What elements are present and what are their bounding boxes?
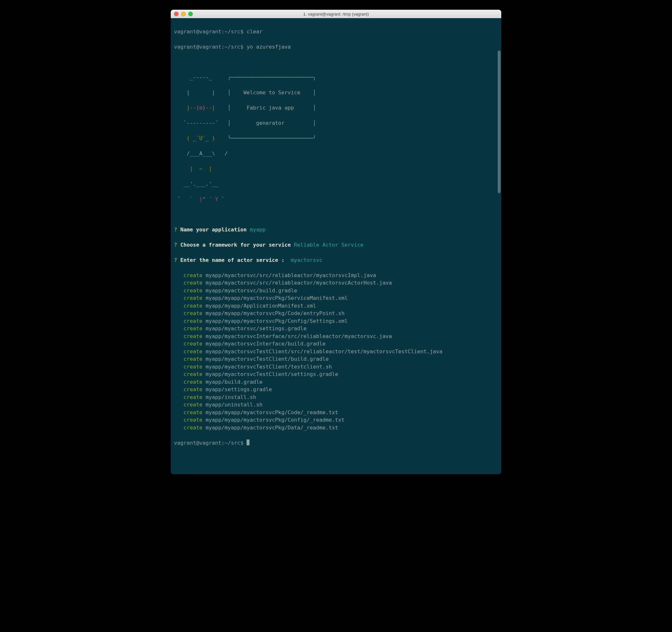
create-label: create (184, 409, 202, 416)
create-label: create (184, 341, 202, 347)
created-file-path: myapp/myactorsvc/src/reliableactor/myact… (206, 280, 392, 286)
cursor-icon (246, 440, 249, 445)
created-file-path: myapp/myapp/myactorsvcPkg/Data/_readme.t… (206, 425, 338, 431)
prompt-question-mark: ? (174, 227, 177, 233)
answer-actor-name: myactorsvc (291, 257, 322, 263)
create-label: create (184, 310, 202, 316)
create-label: create (184, 386, 202, 393)
create-label: create (184, 295, 202, 301)
close-icon[interactable] (174, 12, 178, 16)
create-label: create (184, 318, 202, 324)
create-label: create (184, 287, 202, 294)
created-file-path: myapp/myapp/ApplicationManifest.xml (206, 303, 316, 309)
titlebar[interactable]: 1. vagrant@vagrant: /tmp (vagrant) (171, 10, 501, 18)
create-label: create (184, 379, 202, 385)
create-label: create (184, 364, 202, 370)
question-actor-name: Enter the name of actor service : (177, 257, 291, 263)
question-framework: Choose a framework for your service (177, 242, 294, 248)
window-title: 1. vagrant@vagrant: /tmp (vagrant) (171, 12, 501, 17)
created-file-path: myapp/myactorsvc/settings.gradle (206, 325, 307, 332)
created-file-path: myapp/myactorsvcInterface/src/reliableac… (206, 333, 392, 340)
answer-framework: Reliable Actor Service (294, 242, 363, 248)
create-label: create (184, 425, 202, 431)
create-label: create (184, 417, 202, 423)
create-label: create (184, 356, 202, 362)
created-file-path: myapp/myactorsvcTestClient/settings.grad… (206, 371, 338, 377)
ascii-art: _-----_ ╭──────────────────────────╮ (174, 74, 498, 81)
create-list: create myapp/myactorsvc/src/reliableacto… (174, 272, 498, 432)
prompt-question-mark: ? (174, 257, 177, 263)
window-controls (174, 12, 193, 16)
created-file-path: myapp/myapp/myactorsvcPkg/Config/Setting… (206, 318, 348, 324)
question-app-name: Name your application (177, 227, 250, 233)
shell-prompt: vagrant@vagrant:~/src$ (174, 440, 246, 446)
created-file-path: myapp/myactorsvc/build.gradle (206, 287, 297, 294)
created-file-path: myapp/install.sh (206, 394, 256, 400)
created-file-path: myapp/myactorsvcTestClient/src/reliablea… (206, 348, 442, 355)
answer-app-name: myapp (250, 227, 266, 233)
create-label: create (184, 348, 202, 355)
command-yo: yo azuresfjava (246, 44, 291, 50)
create-label: create (184, 280, 202, 286)
created-file-path: myapp/myapp/myactorsvcPkg/Code/_readme.t… (206, 409, 338, 416)
command-clear: clear (246, 28, 262, 35)
created-file-path: myapp/myactorsvc/src/reliableactor/myact… (206, 272, 376, 278)
shell-prompt: vagrant@vagrant:~/src$ (174, 44, 246, 50)
terminal-window: 1. vagrant@vagrant: /tmp (vagrant) vagra… (171, 10, 501, 474)
created-file-path: myapp/settings.gradle (206, 386, 272, 393)
create-label: create (184, 325, 202, 332)
created-file-path: myapp/build.gradle (206, 379, 262, 385)
created-file-path: myapp/myactorsvcTestClient/build.gradle (206, 356, 329, 362)
shell-prompt: vagrant@vagrant:~/src$ (174, 28, 246, 35)
created-file-path: myapp/myactorsvcTestClient/testclient.sh (206, 364, 332, 370)
create-label: create (184, 333, 202, 340)
create-label: create (184, 394, 202, 400)
create-label: create (184, 371, 202, 377)
create-label: create (184, 272, 202, 278)
prompt-question-mark: ? (174, 242, 177, 248)
created-file-path: myapp/myapp/myactorsvcPkg/Config/_readme… (206, 417, 344, 423)
zoom-icon[interactable] (188, 12, 193, 16)
minimize-icon[interactable] (181, 12, 186, 16)
created-file-path: myapp/myapp/myactorsvcPkg/Code/entryPoin… (206, 310, 344, 316)
create-label: create (184, 303, 202, 309)
created-file-path: myapp/myactorsvcInterface/build.gradle (206, 341, 325, 347)
scrollbar[interactable] (498, 51, 501, 193)
create-label: create (184, 402, 202, 408)
terminal-body[interactable]: vagrant@vagrant:~/src$ clear vagrant@vag… (171, 18, 501, 474)
created-file-path: myapp/uninstall.sh (206, 402, 262, 408)
created-file-path: myapp/myapp/myactorsvcPkg/ServiceManifes… (206, 295, 348, 301)
